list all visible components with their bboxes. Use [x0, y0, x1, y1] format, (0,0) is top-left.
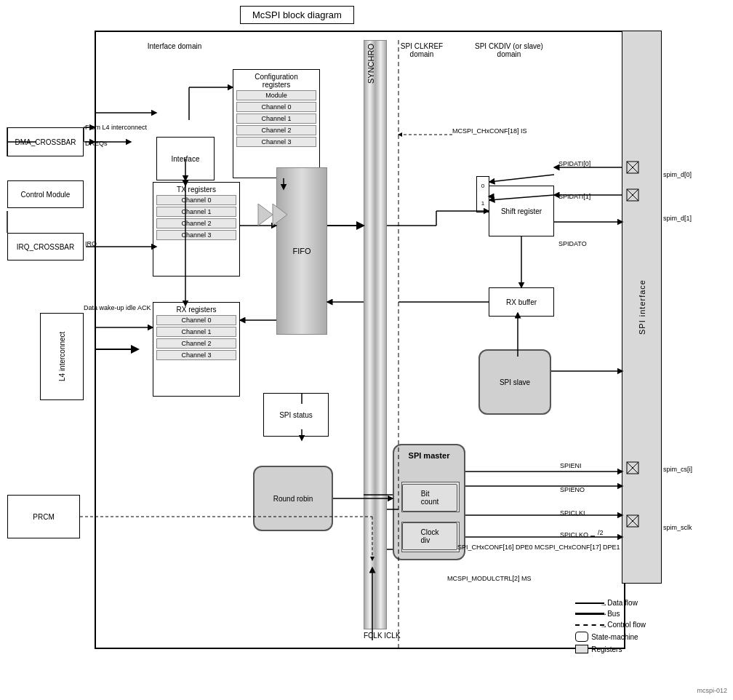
irq-crossbar-box: IRQ_CROSSBAR [7, 233, 84, 260]
config-module: Module [236, 90, 316, 100]
interface-block: Interface [156, 137, 215, 180]
config-registers-group: Configurationregisters Module Channel 0 … [233, 69, 320, 178]
spidati0-label: SPIDATI[0] [558, 160, 590, 167]
synchro-bar [364, 40, 387, 629]
dreqs-label: DREQs [85, 140, 108, 147]
spi-status-block: SPI status [263, 393, 329, 437]
clock-div-inner: Clockdiv [402, 522, 457, 550]
fifo-block: FIFO [276, 167, 327, 335]
watermark: mcspi-012 [697, 687, 727, 694]
control-module-box: Control Module [7, 180, 84, 208]
spi-interface-label: SPI interface [622, 31, 662, 584]
spim-sclk-label: spim_sclk [663, 524, 692, 531]
diagram-container: McSPI block diagram SPI interface SYNCHR… [0, 0, 733, 700]
spi-clkref-label: SPI CLKREF domain [393, 42, 451, 58]
rx-ch2: Channel 2 [156, 338, 236, 349]
tx-registers-group: TX registers Channel 0 Channel 1 Channel… [153, 182, 240, 277]
rx-ch1: Channel 1 [156, 327, 236, 337]
spidato-label: SPIDATO [558, 240, 587, 247]
shift-register-block: Shift register [489, 186, 554, 236]
rx-buffer-block: RX buffer [489, 287, 554, 317]
spi-slave-block: SPI slave [478, 349, 551, 415]
config-ch3: Channel 3 [236, 137, 316, 147]
irq-label: IRQ [85, 240, 97, 247]
spim-cs-label: spim_cs[i] [663, 466, 692, 473]
spieni-label: SPIENI [560, 462, 582, 469]
spiclko-label: SPICLKO [560, 531, 588, 538]
tx-ch2: Channel 2 [156, 218, 236, 228]
tx-ch0: Channel 0 [156, 195, 236, 205]
bit-count-inner: Bitcount [402, 484, 457, 512]
prcm-box: PRCM [7, 495, 80, 538]
tx-ch3: Channel 3 [156, 230, 236, 240]
spidati1-label: SPIDATI[1] [558, 193, 590, 200]
legend-registers: Registers [575, 645, 646, 653]
config-ch0: Channel 0 [236, 102, 316, 112]
config-ch1: Channel 1 [236, 114, 316, 124]
round-robin-block: Round robin [253, 466, 333, 531]
l4-interconnect-box: L4 interconnect [40, 313, 84, 400]
synchro-label: SYNCHRO [366, 44, 375, 84]
rx-ch0: Channel 0 [156, 315, 236, 325]
rx-registers-group: RX registers Channel 0 Channel 1 Channel… [153, 302, 240, 397]
mux-box: 0 1 [476, 176, 489, 212]
from-l4-label: From L4 interconnect [85, 124, 147, 131]
spim-d0-label: spim_d[0] [663, 171, 692, 178]
legend-control-flow: → Control flow [575, 621, 646, 629]
legend-bus: → Bus [575, 610, 646, 618]
legend-state-machine: State-machine [575, 632, 646, 642]
config-ch2: Channel 2 [236, 125, 316, 135]
mcspi-conf16-17-label: MCSPI_CHxCONF[16] DPE0 MCSPI_CHxCONF[17]… [447, 542, 620, 552]
spim-d1-label: spim_d[1] [663, 215, 692, 222]
data-wakeup-label: Data wake-up idle ACK [84, 304, 151, 311]
rx-registers-title: RX registers [153, 303, 239, 314]
diagram-title: McSPI block diagram [240, 6, 354, 24]
config-registers-title: Configurationregisters [233, 70, 319, 89]
legend: → Data flow → Bus → Control flow State-m… [575, 599, 646, 656]
interface-domain-label: Interface domain [142, 42, 207, 50]
mcspi-conf18-label: MCSPI_CHxCONF[18] IS [452, 127, 527, 135]
spiclki-label: SPICLKI [560, 509, 585, 517]
mcspi-modulctrl-label: MCSPI_MODULCTRL[2] MS [447, 575, 532, 582]
fclk-iclk-label: FCLK ICLK [364, 632, 401, 640]
rx-ch3: Channel 3 [156, 350, 236, 360]
spi-ckdiv-label: SPI CKDIV (or slave) domain [473, 42, 545, 58]
dma-crossbar-box: DMA_CROSSBAR [7, 127, 84, 156]
tx-ch1: Channel 1 [156, 207, 236, 217]
tx-registers-title: TX registers [153, 183, 239, 194]
spieno-label: SPIENO [560, 486, 585, 493]
legend-data-flow: → Data flow [575, 599, 646, 607]
